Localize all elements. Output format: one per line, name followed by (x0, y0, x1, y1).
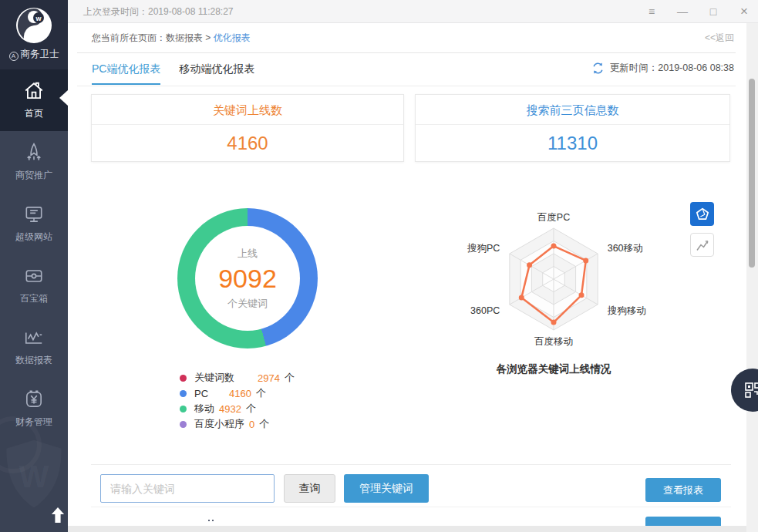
tab-pc-report[interactable]: PC端优化报表 (92, 62, 160, 85)
sidebar-item-label: 百宝箱 (20, 292, 48, 305)
toolbox-icon (23, 265, 45, 287)
legend-dot-keywords (180, 375, 187, 382)
legend-label: 移动 (194, 402, 214, 416)
promotion-icon (23, 142, 45, 163)
donut-center-value: 9092 (218, 264, 277, 294)
brand-name: 商务卫士 (21, 49, 59, 59)
legend-value: 4932 (219, 403, 241, 415)
svg-text:w: w (35, 15, 42, 22)
legend-unit: 个 (285, 371, 295, 385)
legend-unit: 个 (246, 402, 256, 416)
donut-legend: 关键词数 2974 个 PC 4160 个 移动 4932 个 百度小程序 0 … (180, 370, 295, 432)
stat-card-top3-pages: 搜索前三页信息数 11310 (415, 94, 730, 162)
query-button[interactable]: 查询 (284, 474, 335, 503)
legend-unit: 个 (256, 386, 266, 400)
active-item-notch (59, 90, 68, 106)
update-time-text: 更新时间：2019-08-06 08:38 (610, 62, 734, 75)
radar-axis-label: 搜狗PC (467, 243, 500, 254)
scrollbar-thumb[interactable] (749, 79, 755, 268)
donut-center: 上线 9092 个关键词 (195, 226, 300, 331)
sidebar-item-label: 首页 (25, 107, 43, 120)
legend-row: 关键词数 2974 个 (180, 370, 295, 386)
brand-row: A商务卫士 (0, 48, 68, 61)
title-bar: 上次登录时间：2019-08-08 11:28:27 ≡ — □ × (0, 0, 758, 23)
radar-view-button[interactable] (690, 202, 714, 226)
report-icon (23, 327, 45, 348)
donut-chart: 上线 9092 个关键词 (177, 208, 318, 348)
stat-card-title: 关键词上线数 (92, 95, 403, 125)
legend-unit: 个 (259, 417, 269, 431)
home-icon (23, 80, 45, 102)
last-login-text: 上次登录时间：2019-08-08 11:28:27 (83, 0, 234, 23)
breadcrumb-parent[interactable]: 数据报表 (166, 32, 203, 43)
maximize-icon[interactable]: □ (707, 6, 719, 17)
sidebar: w A商务卫士 首页 (0, 0, 68, 532)
view-report-button[interactable]: 查看报表 (645, 478, 721, 502)
stat-card-keywords-online: 关键词上线数 4160 (91, 94, 404, 162)
stat-card-title: 搜索前三页信息数 (416, 95, 729, 125)
sidebar-item-treasure-box[interactable]: 百宝箱 (0, 254, 68, 316)
radar-axis-label: 360移动 (608, 243, 643, 254)
divider (91, 507, 731, 507)
donut-center-label-bottom: 个关键词 (227, 297, 268, 311)
website-icon (23, 204, 45, 225)
sidebar-item-home[interactable]: 首页 (0, 69, 68, 131)
divider (91, 464, 731, 465)
legend-dot-miniprogram (180, 421, 187, 428)
sidebar-item-label: 超级网站 (15, 231, 52, 244)
radar-caption: 各浏览器关键词上线情况 (453, 362, 654, 376)
sidebar-nav: 首页 商贸推广 (0, 69, 68, 439)
refresh-box: 更新时间：2019-08-06 08:38 (591, 62, 734, 75)
manage-keywords-button[interactable]: 管理关键词 (344, 474, 429, 503)
main-content: 您当前所在页面：数据报表 > 优化报表 <<返回 PC端优化报表 移动端优化报表 (68, 23, 746, 532)
sidebar-item-data-report[interactable]: 数据报表 (0, 316, 68, 378)
app-window: 上次登录时间：2019-08-08 11:28:27 ≡ — □ × 您当前所在… (0, 0, 758, 532)
shield-w-logo: w (16, 8, 52, 46)
radar-axis-label: 百度PC (537, 212, 570, 223)
legend-value: 4160 (229, 388, 251, 399)
close-icon[interactable]: × (738, 6, 750, 17)
arrow-up-icon[interactable] (51, 506, 65, 527)
stat-card-value: 11310 (416, 125, 729, 161)
breadcrumb: 您当前所在页面：数据报表 > 优化报表 (92, 23, 251, 52)
line-view-button[interactable] (690, 233, 714, 257)
back-link[interactable]: <<返回 (705, 23, 734, 52)
logo-block: w A商务卫士 (0, 0, 68, 69)
sidebar-item-super-website[interactable]: 超级网站 (0, 193, 68, 254)
line-chart-icon (695, 237, 710, 253)
sidebar-item-label: 商贸推广 (15, 169, 52, 182)
legend-label: 关键词数 (194, 371, 253, 385)
radar-axis-label: 360PC (470, 305, 500, 316)
radar-chart: 百度PC360移动搜狗移动百度移动360PC搜狗PC (453, 202, 654, 356)
legend-label: 百度小程序 (194, 417, 244, 431)
tab-row: PC端优化报表 移动端优化报表 更新时间：2019-08-06 08:38 (68, 53, 746, 86)
minimize-icon[interactable]: — (676, 6, 689, 17)
sidebar-item-label: 数据报表 (15, 354, 52, 367)
refresh-icon[interactable] (591, 62, 605, 75)
tabs: PC端优化报表 移动端优化报表 (92, 62, 254, 85)
donut-center-label-top: 上线 (238, 247, 258, 261)
radar-icon (695, 207, 710, 222)
breadcrumb-separator: > (205, 32, 211, 43)
menu-icon[interactable]: ≡ (645, 6, 658, 17)
keyword-search-input[interactable] (100, 474, 275, 503)
legend-row: 移动 4932 个 (180, 401, 295, 416)
window-controls: ≡ — □ × (645, 0, 750, 23)
breadcrumb-row: 您当前所在页面：数据报表 > 优化报表 <<返回 (68, 23, 746, 53)
finance-icon (23, 389, 45, 410)
stat-card-value: 4160 (92, 125, 403, 161)
legend-value: 0 (249, 419, 254, 430)
legend-dot-mobile (180, 406, 187, 412)
radar-axis-label: 百度移动 (534, 336, 573, 347)
breadcrumb-current[interactable]: 优化报表 (214, 32, 251, 43)
divider (77, 86, 736, 86)
scrollbar-track[interactable] (746, 23, 758, 532)
window-bottom-strip (68, 526, 758, 532)
legend-row: 百度小程序 0 个 (180, 416, 295, 432)
radar-axis-label: 搜狗移动 (608, 305, 646, 316)
tab-mobile-report[interactable]: 移动端优化报表 (179, 62, 254, 85)
sidebar-item-trade-promotion[interactable]: 商贸推广 (0, 131, 68, 193)
legend-dot-pc (180, 390, 187, 397)
clipped-content (208, 510, 217, 513)
qr-code-icon (743, 381, 758, 399)
